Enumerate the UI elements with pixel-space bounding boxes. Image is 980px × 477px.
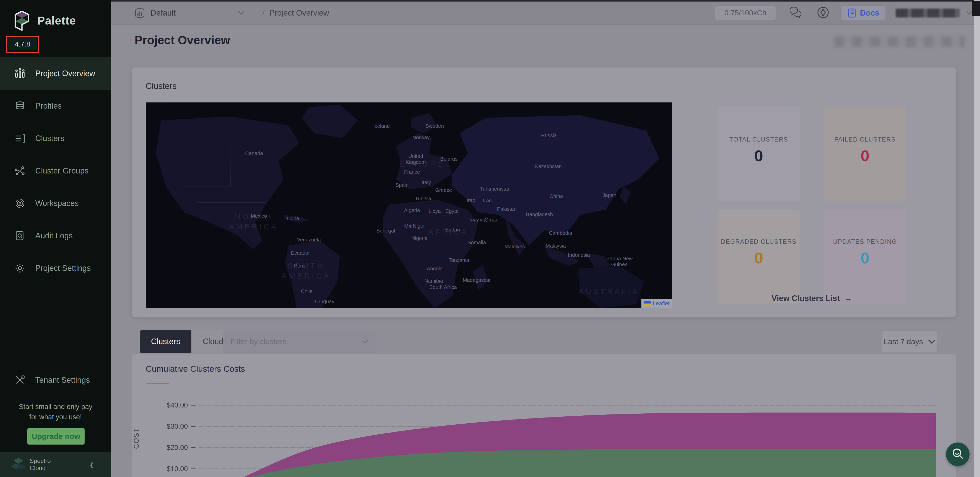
map-label-turkmenistan: Turkmenistan (480, 186, 511, 192)
gear-icon (14, 262, 25, 274)
map-label-indonesia: Indonesia (568, 252, 590, 258)
user-menu-redacted[interactable] (896, 9, 959, 17)
map-label-madagascar: Madagascar (463, 277, 491, 283)
chat-icon[interactable] (789, 6, 803, 20)
palette-dashboard: Palette 4.7.8 Project Overview (0, 0, 980, 477)
map-continent-australia: AUSTRALIA (578, 286, 640, 297)
map-label-chile: Chile (301, 288, 313, 294)
map-label-yemen: Yemen (469, 218, 485, 224)
view-clusters-list-link[interactable]: View Clusters List→ (740, 294, 883, 303)
topbar: Default / Project Overview 0.75/100kCh (111, 2, 980, 24)
list-icon (14, 133, 25, 144)
map-label-iran: Iran (483, 197, 492, 204)
map-label-spain: Spain (396, 182, 409, 188)
scrollbar-track[interactable] (974, 0, 980, 477)
map-label-venezuela: Venezuela (297, 237, 321, 243)
sidebar-item-project-overview[interactable]: Project Overview (0, 57, 111, 90)
project-selector[interactable]: Default (135, 8, 245, 18)
chevron-down-icon[interactable] (966, 11, 972, 15)
map-label-bangladesh: Bangladesh (526, 211, 553, 218)
map-label-italy: Italy (422, 180, 431, 185)
sidebar-item-label: Project Overview (35, 69, 95, 78)
sidebar-item-clusters[interactable]: Clusters (0, 122, 111, 154)
map-label-south-africa: South Africa (429, 284, 457, 290)
filter-by-clusters-select[interactable]: Filter by clusters (223, 330, 375, 353)
map-country-labels: IcelandSwedenNorwayRussiaCanadaUnited Ki… (146, 102, 672, 308)
sidebar: Palette 4.7.8 Project Overview (0, 0, 111, 477)
map-continent-europe: EUROPE (400, 159, 444, 169)
ukraine-flag-icon (644, 301, 651, 306)
sidebar-item-cluster-groups[interactable]: Cluster Groups (0, 154, 111, 187)
date-range-select[interactable]: Last 7 days (882, 331, 937, 352)
analytics-bars-icon (14, 68, 25, 79)
version-badge: 4.7.8 (8, 38, 37, 50)
usage-meter: 0.75/100kCh (715, 6, 776, 20)
map-label-malaysia: Malaysia (546, 243, 566, 249)
map-label-tanzania: Tanzania (449, 257, 469, 263)
map-label-france: France (404, 169, 420, 175)
layers-icon (14, 100, 25, 112)
docs-button[interactable]: Docs (842, 6, 885, 21)
sidebar-item-audit-logs[interactable]: Audit Logs (0, 219, 111, 252)
map-label-oman: Oman (485, 217, 498, 223)
breadcrumb: / Project Overview (262, 8, 329, 17)
map-label-cambodia: Cambodia (549, 230, 572, 236)
sidebar-item-label: Project Settings (35, 264, 91, 273)
sidebar-item-label: Workspaces (35, 199, 79, 208)
palette-logo[interactable]: Palette (12, 9, 99, 32)
compass-icon[interactable] (816, 6, 830, 20)
palette-logo-icon (12, 10, 32, 32)
stat-failed-clusters: FAILED CLUSTERS 0 (824, 107, 906, 201)
map-label-sweden: Sweden (425, 123, 444, 129)
map-label-norway: Norway (412, 135, 430, 140)
sidebar-item-tenant-settings[interactable]: Tenant Settings Tenant Settings (0, 364, 111, 396)
world-map[interactable]: IcelandSwedenNorwayRussiaCanadaUnited Ki… (146, 102, 672, 308)
map-label-iceland: Iceland (373, 123, 390, 129)
project-selector-value: Default (151, 8, 175, 17)
document-search-icon (14, 230, 25, 242)
map-label-namibia: Namibia (424, 278, 443, 284)
crossed-tools-icon (14, 375, 25, 386)
filter-placeholder: Filter by clusters (231, 337, 286, 346)
map-label-algeria: Algeria (404, 207, 420, 213)
sidebar-item-label: Cluster Groups (35, 166, 88, 175)
header-info-redacted (834, 37, 965, 47)
sidebar-collapse-icon[interactable]: ‹ (90, 456, 93, 472)
corner-redaction-block (972, 1, 980, 16)
page-title: Project Overview (135, 33, 230, 47)
map-label-niger: Niger (413, 223, 425, 229)
tab-clusters[interactable]: Clusters (140, 330, 191, 353)
chevron-down-icon (362, 340, 369, 343)
sidebar-item-project-settings[interactable]: Project Settings (0, 252, 111, 285)
upgrade-now-button[interactable]: Upgrade now (27, 428, 84, 445)
map-label-nigeria: Nigeria (411, 235, 428, 241)
concentric-circles-icon (14, 198, 25, 209)
app-name: Palette (37, 14, 76, 27)
cumulative-costs-card: Cumulative Clusters Costs COST $40.00 $3… (132, 354, 956, 477)
map-label-mali: Mali (404, 223, 414, 229)
map-label-papua-new-guinea: Papua New Guinea (606, 256, 632, 267)
map-label-pakistan: Pakistan (497, 206, 517, 212)
spectro-cloud-brand: Spectro Cloud (30, 457, 51, 472)
sidebar-footer: Spectro Cloud ‹ (0, 452, 111, 477)
version-annotation-box: 4.7.8 (6, 36, 39, 53)
map-label-russia: Russia (541, 133, 557, 138)
map-label-egypt: Egypt (445, 208, 458, 214)
map-label-greece: Greece (435, 187, 452, 193)
sidebar-item-label: Profiles (35, 102, 62, 111)
map-label-maldives: Maldives (505, 244, 525, 250)
clusters-card: Clusters (132, 67, 956, 317)
magnifier-smile-icon (951, 447, 965, 461)
breadcrumb-current[interactable]: Project Overview (269, 8, 329, 17)
stacked-area-chart (132, 354, 956, 477)
sidebar-item-workspaces[interactable]: Workspaces (0, 187, 111, 219)
map-label-cuba: Cuba (287, 216, 299, 221)
map-attribution[interactable]: Leaflet (641, 299, 672, 308)
map-label-senegal: Senegal (376, 227, 395, 234)
sidebar-item-label: Clusters (35, 134, 64, 143)
map-continent-north-america: NORTH AMERICA (229, 211, 278, 232)
search-help-fab[interactable] (946, 442, 969, 466)
map-label-angola: Angola (427, 266, 442, 272)
stat-updates-pending: UPDATES PENDING 0 (824, 210, 906, 304)
sidebar-item-profiles[interactable]: Profiles (0, 90, 111, 122)
